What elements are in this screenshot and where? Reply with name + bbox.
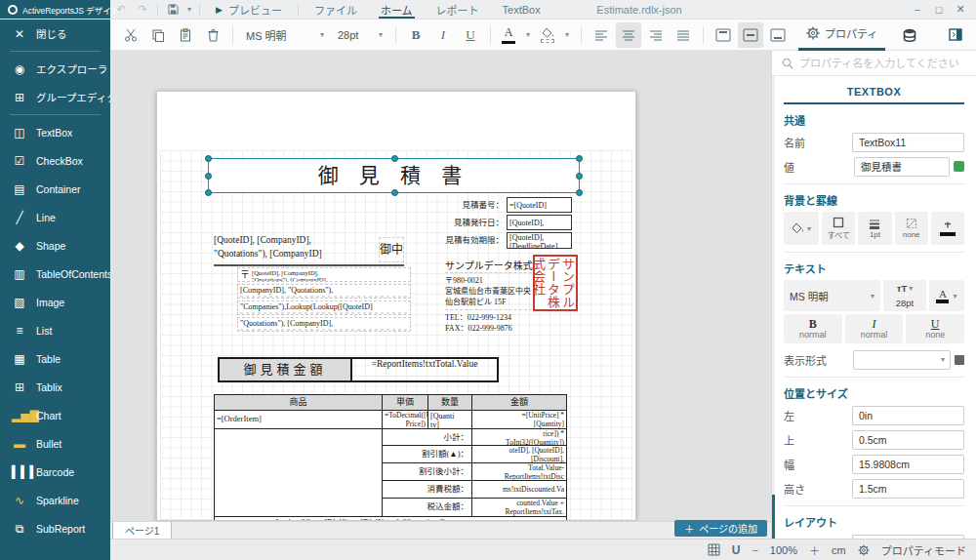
expression-editor-icon[interactable] bbox=[954, 161, 964, 172]
resize-handle-w[interactable] bbox=[205, 173, 212, 180]
top-input[interactable] bbox=[852, 430, 964, 450]
border-color-button[interactable] bbox=[931, 212, 964, 245]
close-window-button[interactable]: ✕ bbox=[951, 3, 970, 16]
summary-value-subtotal[interactable]: rice]) * ToInt32([Quantity]) bbox=[471, 428, 567, 446]
font-color-chevron[interactable]: ▾ bbox=[521, 22, 535, 48]
panel-italic-button[interactable]: I normal bbox=[845, 314, 904, 343]
delete-icon[interactable] bbox=[200, 22, 225, 48]
align-center-button[interactable] bbox=[616, 22, 641, 48]
sidebar-item-group-editor[interactable]: ⊞ グループエディタ bbox=[0, 83, 110, 111]
sidebar-item-explorer[interactable]: ◉ エクスプローラ bbox=[0, 55, 110, 83]
title-textbox-selected[interactable]: 御 見 積 書 bbox=[208, 158, 580, 193]
property-mode-label[interactable]: プロパティモード bbox=[881, 542, 966, 558]
tool-container[interactable]: ▤Container bbox=[0, 175, 110, 203]
fill-color-chevron[interactable]: ▾ bbox=[560, 22, 574, 48]
company-tel-fax[interactable]: TEL：022-999-1234 FAX：022-999-9876 bbox=[445, 312, 547, 334]
summary-value-total-with-tax[interactable]: counted.Value + ReportItems!txtTax. bbox=[471, 498, 567, 517]
border-width-button[interactable]: 1pt bbox=[858, 212, 891, 245]
col-header-unit-price[interactable]: 単価 bbox=[382, 394, 428, 411]
valign-top-button[interactable] bbox=[711, 22, 736, 48]
customer-address-row-3[interactable]: "Companies"),Lookup(Lookup([QuoteID] bbox=[237, 300, 411, 315]
menu-textbox[interactable]: TextBox bbox=[491, 0, 552, 19]
font-size-select[interactable]: 28pt▾ bbox=[332, 23, 388, 47]
width-input[interactable] bbox=[852, 455, 964, 474]
tool-shape[interactable]: ◆Shape bbox=[0, 231, 110, 260]
summary-value-discount[interactable]: oteID], [QuoteID], [Discount], bbox=[471, 445, 567, 463]
quote-total-row[interactable]: 御見積金額 =ReportItems!txtTotal.Value bbox=[218, 357, 499, 382]
honorific-textbox[interactable]: 御中 bbox=[379, 237, 404, 262]
panel-bold-button[interactable]: B normal bbox=[784, 314, 842, 343]
resize-handle-nw[interactable] bbox=[205, 155, 212, 162]
panel-scrollbar-thumb[interactable] bbox=[772, 495, 775, 539]
unit-label[interactable]: cm bbox=[832, 544, 846, 556]
maximize-button[interactable]: □ bbox=[929, 4, 949, 16]
resize-handle-s[interactable] bbox=[391, 189, 398, 196]
data-sources-icon[interactable] bbox=[897, 22, 922, 48]
redo-icon[interactable]: ↷ bbox=[132, 0, 153, 19]
grid-toggle-icon[interactable] bbox=[708, 543, 720, 556]
quote-issue-date-label[interactable]: 見積発行日： bbox=[430, 215, 504, 230]
font-family-select[interactable]: MS 明朝▾ bbox=[240, 23, 330, 47]
minimize-button[interactable]: − bbox=[908, 4, 927, 16]
border-all-button[interactable]: すべて bbox=[822, 212, 855, 245]
panel-font-size-select[interactable]: ᴛT▾ 28pt bbox=[883, 280, 926, 311]
summary-value-tax[interactable]: ms!txtDiscounted.Va bbox=[471, 480, 567, 499]
collapse-panel-icon[interactable] bbox=[943, 22, 968, 48]
summary-label-subtotal[interactable]: 小計： bbox=[382, 428, 472, 446]
property-search-input[interactable] bbox=[799, 58, 966, 69]
preview-button[interactable]: ▶ プレビュー bbox=[204, 0, 294, 19]
add-page-button[interactable]: ＋ ページの追加 bbox=[674, 520, 767, 537]
cut-icon[interactable] bbox=[118, 22, 143, 48]
snap-magnet-icon[interactable]: U bbox=[732, 543, 741, 557]
page-tab-1[interactable]: ページ1 bbox=[112, 522, 172, 539]
col-header-quantity[interactable]: 数量 bbox=[427, 394, 472, 411]
tool-tablix[interactable]: ⊞Tablix bbox=[0, 373, 110, 401]
value-input[interactable] bbox=[854, 157, 950, 177]
customer-address-row-4[interactable]: "Quotations"), [CompanyID], bbox=[237, 317, 411, 332]
border-style-button[interactable]: none bbox=[895, 212, 928, 245]
name-input[interactable] bbox=[852, 133, 964, 152]
quote-deadline-label[interactable]: 見積有効期限： bbox=[430, 232, 504, 248]
tool-textbox[interactable]: ◫TextBox bbox=[0, 118, 110, 146]
valign-middle-button[interactable] bbox=[738, 22, 763, 48]
zoom-in-button[interactable]: ＋ bbox=[809, 542, 820, 558]
menu-home[interactable]: ホーム bbox=[369, 0, 425, 19]
design-canvas[interactable]: 御 見 積 書 見積番号： =[QuoteID] 見積発行日： [QuoteID… bbox=[110, 51, 771, 539]
bold-button[interactable]: B bbox=[403, 22, 428, 48]
data-cell-product[interactable]: =[OrderItem] bbox=[214, 410, 383, 429]
menu-file[interactable]: ファイル bbox=[303, 0, 369, 19]
undo-icon[interactable]: ↶ bbox=[110, 0, 132, 19]
customer-address-row-2[interactable]: [CompanyID], "Quotations"), bbox=[237, 284, 411, 299]
align-left-button[interactable] bbox=[589, 22, 614, 48]
col-header-product[interactable]: 商品 bbox=[214, 394, 383, 411]
data-cell-quantity[interactable]: [Quanti ty] bbox=[427, 410, 472, 429]
underline-button[interactable]: U bbox=[458, 22, 483, 48]
zoom-out-button[interactable]: − bbox=[752, 544, 757, 556]
menu-report[interactable]: レポート bbox=[425, 0, 491, 19]
tool-chart[interactable]: ▂▅▇Chart bbox=[0, 401, 110, 429]
font-color-button[interactable]: A bbox=[498, 22, 519, 48]
tool-image[interactable]: ▧Image bbox=[0, 288, 110, 316]
save-dropdown-chevron[interactable]: ▾ bbox=[183, 0, 195, 19]
resize-handle-ne[interactable] bbox=[576, 155, 583, 162]
copy-icon[interactable] bbox=[145, 22, 171, 48]
align-right-button[interactable] bbox=[643, 22, 669, 48]
tool-checkbox[interactable]: ☑CheckBox bbox=[0, 146, 110, 175]
format-select[interactable]: ▾ bbox=[853, 350, 951, 370]
align-justify-button[interactable] bbox=[671, 22, 696, 48]
quote-deadline-value[interactable]: [QuoteID], [DeadlineDate] bbox=[507, 232, 572, 249]
summary-value-discounted-subtotal[interactable]: Total.Value- ReportItems!txtDisc bbox=[471, 462, 567, 481]
resize-handle-sw[interactable] bbox=[205, 189, 212, 196]
report-page[interactable]: 御 見 積 書 見積番号： =[QuoteID] 見積発行日： [QuoteID… bbox=[156, 91, 636, 521]
paste-icon[interactable] bbox=[173, 22, 198, 48]
tool-line[interactable]: ╱Line bbox=[0, 203, 110, 231]
tool-subreport[interactable]: ⧉SubReport bbox=[0, 514, 110, 542]
tool-barcode[interactable]: ▍▍▍Barcode bbox=[0, 458, 110, 486]
data-cell-unit-price[interactable]: =ToDecimal([Unit Price]) bbox=[382, 410, 428, 429]
background-fill-button[interactable]: ▾ bbox=[784, 212, 819, 245]
panel-underline-button[interactable]: U none bbox=[906, 314, 964, 343]
left-input[interactable] bbox=[852, 406, 964, 425]
resize-handle-n[interactable] bbox=[391, 155, 398, 162]
quote-number-value[interactable]: =[QuoteID] bbox=[507, 197, 572, 213]
summary-label-total-with-tax[interactable]: 税込金額： bbox=[382, 498, 472, 517]
